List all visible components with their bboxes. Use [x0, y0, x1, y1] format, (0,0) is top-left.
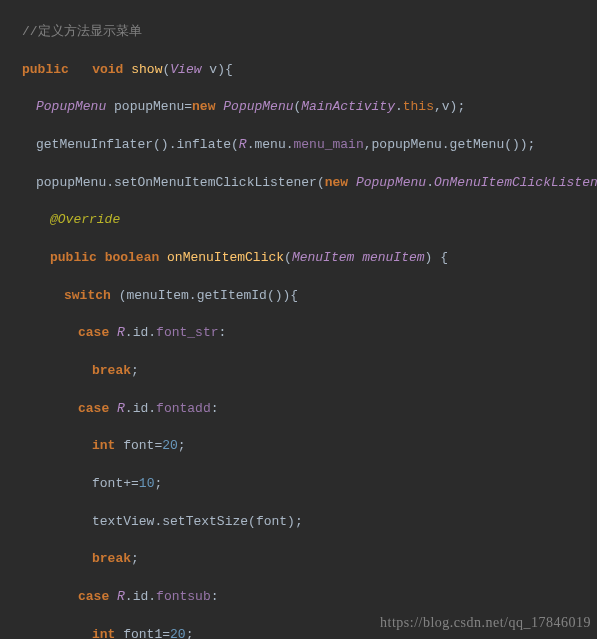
- kw-int1: int: [92, 438, 115, 453]
- getmenuinflater: getMenuInflater: [36, 137, 153, 152]
- type-view: View: [170, 62, 201, 77]
- kw-int2: int: [92, 627, 115, 639]
- r1: R: [117, 325, 125, 340]
- menu: menu: [254, 137, 285, 152]
- inflate: inflate: [176, 137, 231, 152]
- arg-v: v: [442, 99, 450, 114]
- var-font1: font1: [123, 627, 162, 639]
- var-font2: font: [92, 476, 123, 491]
- break2: break: [92, 551, 131, 566]
- pluseq: +=: [123, 476, 139, 491]
- kw-case2: case: [78, 401, 109, 416]
- kw-case1: case: [78, 325, 109, 340]
- ctor-popupmenu: PopupMenu: [223, 99, 293, 114]
- id1: id: [133, 325, 149, 340]
- textview1: textView: [92, 514, 154, 529]
- popupmenu-ref: popupMenu: [372, 137, 442, 152]
- font-str: font_str: [156, 325, 218, 340]
- param-v: v: [209, 62, 217, 77]
- menuitem-var: menuItem: [126, 288, 188, 303]
- eq2: =: [162, 627, 170, 639]
- menuitem-type: MenuItem: [292, 250, 354, 265]
- kw-case3: case: [78, 589, 109, 604]
- kw-public2: public: [50, 250, 97, 265]
- override: @Override: [50, 212, 120, 227]
- listener-type: OnMenuItemClickListener: [434, 175, 597, 190]
- var-font: font: [123, 438, 154, 453]
- type-popupmenu: PopupMenu: [36, 99, 106, 114]
- kw-boolean: boolean: [105, 250, 160, 265]
- code-editor[interactable]: //定义方法显示菜单 public void show(View v){ Pop…: [0, 0, 597, 639]
- getmenu: getMenu: [450, 137, 505, 152]
- break1: break: [92, 363, 131, 378]
- num20a: 20: [162, 438, 178, 453]
- id2: id: [133, 401, 149, 416]
- r3: R: [117, 589, 125, 604]
- menuitem-param: menuItem: [362, 250, 424, 265]
- setlistener: setOnMenuItemClickListener: [114, 175, 317, 190]
- kw-this: this: [403, 99, 434, 114]
- comment-line: //定义方法显示菜单: [22, 24, 142, 39]
- kw-new: new: [192, 99, 215, 114]
- settextsize1: setTextSize: [162, 514, 248, 529]
- mainactivity: MainActivity: [301, 99, 395, 114]
- onmenuitemclick: onMenuItemClick: [167, 250, 284, 265]
- fontsub: fontsub: [156, 589, 211, 604]
- arg-font: font: [256, 514, 287, 529]
- popupmenu-type: PopupMenu: [356, 175, 426, 190]
- getitemid: getItemId: [197, 288, 267, 303]
- r2: R: [117, 401, 125, 416]
- fontadd: fontadd: [156, 401, 211, 416]
- r: R: [239, 137, 247, 152]
- id3: id: [133, 589, 149, 604]
- popupmenu-call: popupMenu: [36, 175, 106, 190]
- num10a: 10: [139, 476, 155, 491]
- kw-public: public: [22, 62, 69, 77]
- kw-switch: switch: [64, 288, 111, 303]
- var-popupmenu: popupMenu: [114, 99, 184, 114]
- kw-void: void: [92, 62, 123, 77]
- num20b: 20: [170, 627, 186, 639]
- menu-main: menu_main: [294, 137, 364, 152]
- method-show: show: [131, 62, 162, 77]
- kw-new2: new: [325, 175, 348, 190]
